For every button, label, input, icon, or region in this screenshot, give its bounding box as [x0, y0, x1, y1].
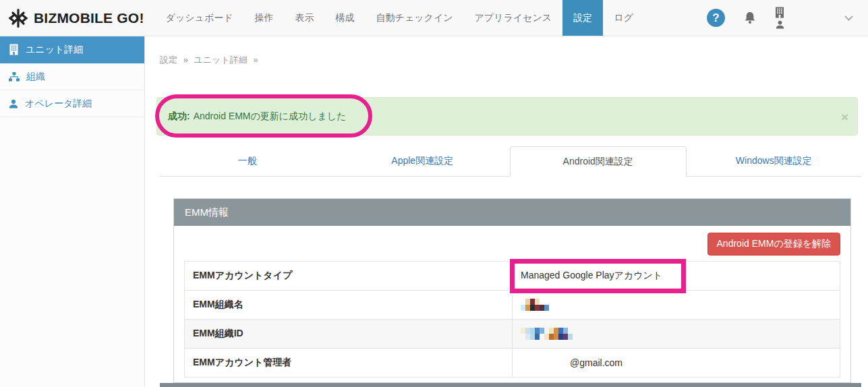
nav-item-auto-checkin[interactable]: 自動チェックイン [366, 0, 464, 36]
nav-item-dashboard[interactable]: ダッシュボード [155, 0, 244, 36]
brand[interactable]: BIZMOBILE GO! [0, 0, 155, 36]
alert-prefix: 成功: [168, 111, 190, 123]
help-icon[interactable]: ? [707, 9, 725, 27]
nav-item-view[interactable]: 表示 [285, 0, 325, 36]
breadcrumb-separator: » [253, 55, 258, 65]
brand-title: BIZMOBILE GO! [34, 10, 144, 26]
sidebar-item-label: 組織 [26, 71, 45, 83]
unregister-android-emm-button[interactable]: Android EMMの登録を解除 [707, 233, 840, 256]
nav-item-settings[interactable]: 設定 [562, 0, 603, 36]
alert-close-icon[interactable]: × [841, 110, 848, 123]
sidebar-item-label: オペレータ詳細 [25, 98, 92, 110]
sidebar: ユニット詳細 組織 [0, 36, 145, 387]
sidebar-item-unit-detail[interactable]: ユニット詳細 [0, 36, 144, 63]
sitemap-icon [9, 72, 20, 82]
emm-table: EMMアカウントタイプ Managed Google Playアカウント EMM… [184, 261, 840, 378]
building-icon [9, 44, 19, 55]
tab-apple-settings[interactable]: Apple関連設定 [335, 146, 511, 177]
tab-android-settings[interactable]: Android関連設定 [510, 146, 687, 177]
top-navbar: BIZMOBILE GO! ダッシュボード 操作 表示 構成 自動チェックイン … [0, 0, 868, 36]
redacted-value [521, 299, 832, 311]
panel-body: Android EMMの登録を解除 EMMアカウントタイプ Managed Go… [174, 226, 850, 378]
tab-windows-settings[interactable]: Windows関連設定 [687, 146, 862, 177]
breadcrumb-separator: » [183, 55, 188, 65]
table-row: EMM組織ID [185, 320, 840, 349]
nav-item-configuration[interactable]: 構成 [325, 0, 366, 36]
panel-title: EMM情報 [174, 199, 850, 226]
emm-admin-value: @gmail.com [521, 357, 623, 368]
row-label: EMMアカウント管理者 [185, 349, 513, 378]
asterisk-logo-icon [8, 8, 28, 28]
navbar-right: ? [707, 0, 868, 36]
bell-icon[interactable] [743, 11, 757, 25]
success-alert: 成功: Android EMMの更新に成功しました × [156, 97, 858, 136]
emm-account-type-value: Managed Google Playアカウント [521, 270, 662, 280]
next-section-edge [160, 383, 861, 387]
breadcrumb-link-settings[interactable]: 設定 [160, 55, 177, 65]
breadcrumb: 設定 » ユニット詳細 » [160, 54, 262, 66]
row-label: EMM組織ID [185, 320, 513, 349]
breadcrumb-link-unit-detail[interactable]: ユニット詳細 [194, 55, 247, 65]
settings-tabs: 一般 Apple関連設定 Android関連設定 Windows関連設定 [160, 146, 861, 177]
nav-item-app-license[interactable]: アプリライセンス [464, 0, 563, 36]
chevron-down-icon[interactable] [844, 16, 853, 21]
nav-item-operations[interactable]: 操作 [244, 0, 285, 36]
table-row: EMMアカウントタイプ Managed Google Playアカウント [185, 262, 840, 291]
user-icon [9, 99, 18, 109]
tab-general[interactable]: 一般 [160, 146, 335, 177]
user-icon [776, 20, 784, 29]
row-label: EMMアカウントタイプ [185, 262, 513, 291]
row-value: @gmail.com [513, 349, 840, 378]
row-label: EMM組織名 [185, 291, 513, 320]
table-row: EMMアカウント管理者 @gmail.com [185, 349, 840, 378]
unit-user-menu[interactable] [775, 7, 784, 29]
row-value [513, 320, 840, 349]
sidebar-item-label: ユニット詳細 [26, 44, 83, 56]
sidebar-item-organization[interactable]: 組織 [0, 63, 144, 90]
nav-item-log[interactable]: ログ [603, 0, 644, 36]
table-row: EMM組織名 [185, 291, 840, 320]
main-nav: ダッシュボード 操作 表示 構成 自動チェックイン アプリライセンス 設定 ログ [155, 0, 644, 36]
building-icon [775, 7, 784, 18]
row-value: Managed Google Playアカウント [513, 262, 840, 291]
sidebar-item-operator-detail[interactable]: オペレータ詳細 [0, 90, 144, 117]
row-value [513, 291, 840, 320]
redacted-value [521, 328, 832, 340]
main-content: 設定 » ユニット詳細 » 成功: Android EMMの更新に成功しました … [145, 36, 868, 387]
emm-info-panel: EMM情報 Android EMMの登録を解除 EMMアカウントタイプ Mana… [173, 198, 851, 383]
alert-message: Android EMMの更新に成功しました [194, 111, 347, 123]
